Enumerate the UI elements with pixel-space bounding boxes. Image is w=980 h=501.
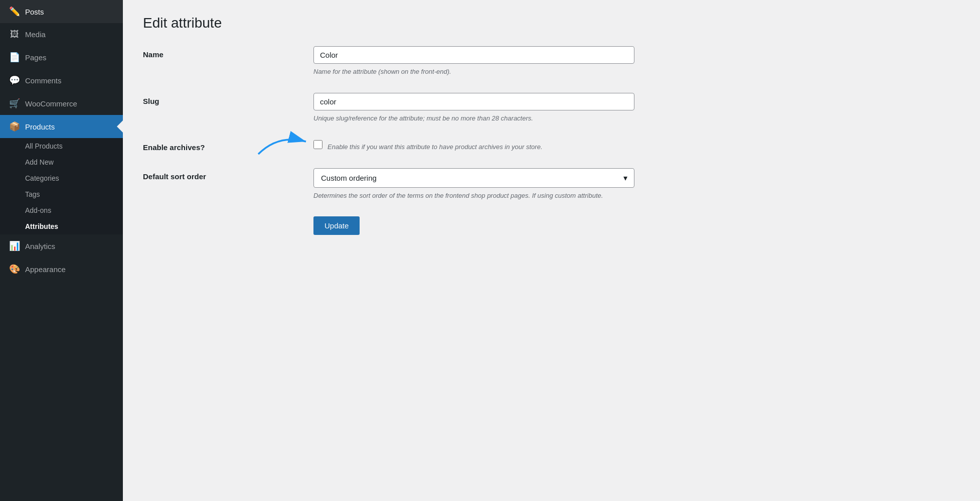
sidebar-item-label: Appearance (25, 265, 66, 274)
sidebar-item-addons[interactable]: Add-ons (0, 202, 123, 218)
main-content: Edit attribute Name Name for the attribu… (123, 0, 980, 501)
edit-attribute-form: Name Name for the attribute (shown on th… (143, 46, 695, 235)
sort-order-row: Default sort order Custom ordering Name … (143, 168, 695, 201)
pages-icon: 📄 (9, 52, 20, 63)
sidebar-item-products[interactable]: 📦 Products (0, 115, 123, 138)
enable-archives-checkbox[interactable] (313, 140, 322, 149)
archives-row: Enable archives? Enable this (143, 139, 695, 152)
name-label: Name (143, 46, 293, 59)
archives-hint: Enable this if you want this attribute t… (328, 142, 543, 152)
sort-order-label: Default sort order (143, 168, 293, 181)
sidebar-item-woocommerce[interactable]: 🛒 WooCommerce (0, 92, 123, 115)
archives-checkbox-row: Enable this if you want this attribute t… (313, 139, 543, 152)
update-button[interactable]: Update (313, 216, 360, 235)
sidebar-item-label: Pages (25, 53, 47, 62)
arrow-container: Enable this if you want this attribute t… (313, 139, 634, 152)
active-indicator (117, 120, 123, 133)
slug-row: Slug Unique slug/reference for the attri… (143, 93, 695, 123)
slug-field-container: Unique slug/reference for the attribute;… (313, 93, 634, 123)
sidebar-item-posts[interactable]: ✏️ Posts (0, 0, 123, 23)
sort-order-hint: Determines the sort order of the terms o… (313, 191, 634, 201)
archives-label: Enable archives? (143, 139, 293, 152)
sidebar-item-label: Products (25, 122, 55, 131)
sidebar-item-appearance[interactable]: 🎨 Appearance (0, 258, 123, 281)
sidebar-item-label: Analytics (25, 242, 55, 250)
sidebar-item-attributes[interactable]: Attributes (0, 218, 123, 234)
sort-order-field-container: Custom ordering Name Name (numeric) Term… (313, 168, 634, 201)
woo-icon: 🛒 (9, 98, 20, 109)
products-submenu: All Products Add New Categories Tags Add… (0, 138, 123, 234)
sidebar: ✏️ Posts 🖼 Media 📄 Pages 💬 Comments 🛒 Wo… (0, 0, 123, 501)
sidebar-item-comments[interactable]: 💬 Comments (0, 69, 123, 92)
submit-label-spacer (143, 216, 293, 220)
analytics-icon: 📊 (9, 240, 20, 252)
slug-label: Slug (143, 93, 293, 105)
slug-hint: Unique slug/reference for the attribute;… (313, 113, 634, 123)
sort-order-select[interactable]: Custom ordering Name Name (numeric) Term… (313, 168, 634, 188)
sidebar-item-analytics[interactable]: 📊 Analytics (0, 234, 123, 258)
submit-field: Update (313, 216, 634, 235)
name-input[interactable] (313, 46, 634, 64)
posts-icon: ✏️ (9, 6, 20, 17)
sidebar-item-label: Comments (25, 76, 62, 85)
name-row: Name Name for the attribute (shown on th… (143, 46, 695, 77)
submit-row: Update (143, 216, 695, 235)
appearance-icon: 🎨 (9, 264, 20, 275)
name-field-container: Name for the attribute (shown on the fro… (313, 46, 634, 77)
media-icon: 🖼 (9, 29, 20, 40)
comments-icon: 💬 (9, 75, 20, 86)
page-title: Edit attribute (143, 15, 960, 31)
sidebar-item-pages[interactable]: 📄 Pages (0, 46, 123, 69)
sidebar-item-tags[interactable]: Tags (0, 186, 123, 202)
sidebar-item-label: Media (25, 30, 46, 39)
sidebar-item-label: Posts (25, 8, 44, 16)
sidebar-item-all-products[interactable]: All Products (0, 138, 123, 154)
slug-input[interactable] (313, 93, 634, 110)
archives-field-container: Enable this if you want this attribute t… (313, 139, 634, 152)
sidebar-item-add-new[interactable]: Add New (0, 154, 123, 170)
sidebar-item-label: WooCommerce (25, 99, 77, 108)
sidebar-item-categories[interactable]: Categories (0, 170, 123, 186)
sort-order-select-wrapper: Custom ordering Name Name (numeric) Term… (313, 168, 634, 188)
name-hint: Name for the attribute (shown on the fro… (313, 67, 634, 77)
products-icon: 📦 (9, 121, 20, 132)
sidebar-item-media[interactable]: 🖼 Media (0, 23, 123, 46)
